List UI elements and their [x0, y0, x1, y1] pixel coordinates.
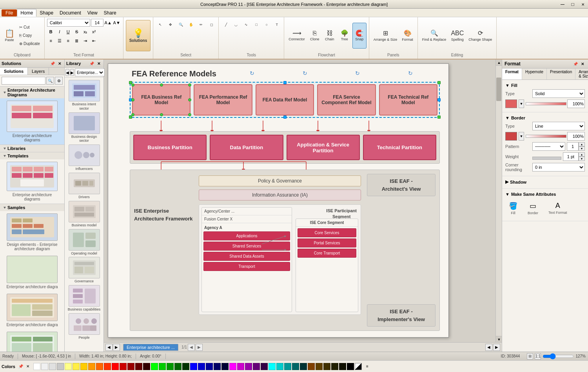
format-tab-presentation[interactable]: Presentation — [547, 69, 575, 79]
menu-home[interactable]: Home — [17, 9, 36, 17]
fill-color-swatch[interactable] — [505, 99, 517, 108]
superscript-button[interactable]: x² — [90, 28, 98, 36]
indent-btn[interactable]: ⇥ — [82, 37, 89, 45]
partition-business[interactable]: Business Partition — [133, 135, 207, 160]
tree-button[interactable]: 🌳 Tree — [338, 23, 352, 49]
color-dark-maroon[interactable] — [143, 363, 150, 370]
color-gray[interactable] — [49, 363, 56, 370]
color-navy-light[interactable] — [206, 363, 213, 370]
color-red-dark[interactable] — [120, 363, 127, 370]
minimize-btn[interactable]: ─ — [557, 0, 568, 9]
color-orange[interactable] — [96, 363, 103, 370]
lib-item-2[interactable]: Influencers — [67, 144, 102, 171]
zoom-actual-btn[interactable]: 1:1 — [535, 353, 541, 359]
conn-handle-tc[interactable] — [160, 83, 163, 87]
solutions-tab-layers[interactable]: Layers — [28, 68, 49, 75]
color-chocolate[interactable] — [323, 363, 330, 370]
core-services-btn[interactable]: Core Services — [298, 228, 356, 237]
sol-section-templates[interactable]: Templates — [0, 152, 64, 159]
library-pin-btn[interactable]: 📌 — [89, 60, 95, 67]
snap-button[interactable]: 🧲 Snap — [352, 23, 367, 49]
weight-down-btn[interactable]: ▼ — [579, 157, 585, 161]
sol-sample-1[interactable]: Design elements - Enterprise architectur… — [0, 211, 64, 253]
conn-handle-mr[interactable] — [188, 98, 191, 101]
handle-tr[interactable] — [437, 81, 441, 84]
pattern-value-input[interactable] — [567, 142, 579, 151]
color-black[interactable] — [347, 363, 354, 370]
spelling-button[interactable]: ABC Spelling — [449, 23, 466, 49]
subscript-button[interactable]: x₂ — [82, 28, 89, 36]
color-navy[interactable] — [214, 363, 221, 370]
tab-next-page-btn[interactable]: ▶ — [196, 344, 203, 351]
color-green-dark[interactable] — [167, 363, 174, 370]
zoom-slider[interactable] — [543, 353, 574, 359]
lib-back-btn[interactable]: ◀ — [65, 69, 69, 76]
pattern-up-btn[interactable]: ▲ — [579, 142, 585, 146]
fea-box-0[interactable]: FEA Business Ref Model — [132, 84, 191, 116]
pen-btn[interactable]: ✏ — [196, 19, 206, 31]
color-brown-dark[interactable] — [316, 363, 323, 370]
color-yellow[interactable] — [73, 363, 80, 370]
tab-nav-left-btn[interactable]: ◀ — [105, 344, 113, 351]
color-red-orange[interactable] — [104, 363, 111, 370]
corner-rounding-select[interactable]: 0 in 0.1 in 0.2 in — [532, 163, 585, 172]
move-btn[interactable]: ✥ — [166, 19, 175, 31]
arrange-size-button[interactable]: ⊞ Arrange & Size — [372, 23, 399, 49]
color-teal[interactable] — [284, 363, 291, 370]
refresh-icon-4[interactable]: ↻ — [408, 70, 413, 76]
eraser-btn[interactable]: ◻ — [207, 19, 216, 31]
color-blue[interactable] — [190, 363, 197, 370]
partition-data[interactable]: Data Partition — [210, 135, 283, 160]
format-border-header[interactable]: ▼ Border — [505, 115, 585, 122]
format-make-same-header[interactable]: ▼ Make Same Attributes — [505, 191, 585, 198]
border-opacity-slider[interactable] — [526, 135, 566, 138]
format-tab-arrange[interactable]: Arrange & Size — [575, 69, 588, 79]
lib-item-6[interactable]: Governance — [67, 257, 102, 284]
handle-tc[interactable] — [283, 81, 287, 84]
color-brown[interactable] — [308, 363, 315, 370]
font-size-input[interactable] — [91, 19, 103, 27]
strikethrough-button[interactable]: S — [73, 28, 81, 36]
vscroll-thumb[interactable] — [496, 78, 501, 101]
fea-box-1[interactable]: FEA Performance Ref Model — [194, 84, 252, 116]
library-close-btn[interactable]: ✕ — [96, 60, 102, 67]
applications-btn[interactable]: Applications — [203, 231, 290, 240]
arc-tool-btn[interactable]: ◡ — [231, 19, 241, 31]
lib-item-7[interactable]: Business capabilities — [67, 285, 102, 312]
align-right-btn[interactable]: ≡ — [64, 37, 72, 45]
vscroll-down-btn[interactable]: ▼ — [496, 336, 502, 342]
hand-btn[interactable]: ✋ — [186, 19, 196, 31]
color-magenta[interactable] — [229, 363, 236, 370]
chain-button[interactable]: ⛓ Chain — [323, 23, 337, 49]
close-btn[interactable]: ✕ — [578, 0, 588, 9]
color-dark-violet[interactable] — [261, 363, 268, 370]
colors-pin-btn[interactable]: 📌 — [18, 363, 24, 370]
color-cyan[interactable] — [269, 363, 276, 370]
color-white[interactable] — [33, 363, 40, 370]
conn-handle-tl[interactable] — [131, 83, 134, 87]
color-blue-dark[interactable] — [198, 363, 205, 370]
format-shadow-header[interactable]: ▶ Shadow — [505, 179, 585, 186]
lib-item-0[interactable]: Business intent sector — [67, 80, 102, 111]
weight-up-btn[interactable]: ▲ — [579, 152, 585, 157]
pattern-down-btn[interactable]: ▼ — [579, 146, 585, 151]
border-color-arrow[interactable]: ▼ — [519, 132, 524, 141]
solutions-button[interactable]: 💡 Solutions — [126, 20, 151, 51]
refresh-icon-2[interactable]: ↻ — [303, 70, 307, 76]
ellipse-tool-btn[interactable]: ○ — [262, 19, 271, 31]
fea-box-4[interactable]: FEA Technical Ref Model — [379, 84, 437, 116]
format-tab-hypernote[interactable]: Hypernote — [522, 69, 547, 79]
canvas-scroll[interactable]: FEA Reference Models ↻ ↻ ↻ ↻ — [104, 60, 495, 342]
arrow-select-btn[interactable]: ↖ — [156, 19, 165, 31]
conn-handle-tr[interactable] — [188, 83, 191, 87]
library-dropdown[interactable]: Enterprise... — [75, 69, 105, 76]
color-mid-gray[interactable] — [57, 363, 64, 370]
color-maroon[interactable] — [135, 363, 142, 370]
sol-item-ea[interactable]: Enterprise architecture diagrams — [0, 98, 64, 144]
line-tool-btn[interactable]: ╱ — [221, 19, 230, 31]
format-button[interactable]: 🎨 Format — [400, 23, 415, 49]
color-dark-navy[interactable] — [221, 363, 229, 370]
weight-input[interactable] — [563, 152, 579, 161]
menu-document[interactable]: Document — [56, 9, 84, 16]
color-purple[interactable] — [245, 363, 252, 370]
